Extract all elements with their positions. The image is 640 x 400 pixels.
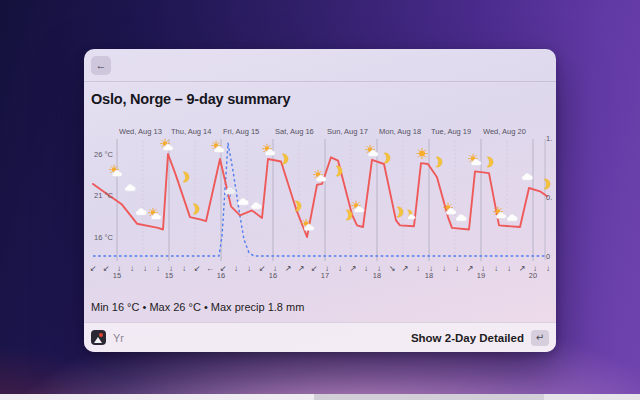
desktop-taskbar-sliver — [0, 394, 640, 400]
wind-arrow-icon: ↓ — [455, 264, 459, 273]
wind-arrow-icon: ↓ — [507, 264, 511, 273]
day-label: Mon, Aug 18 — [379, 127, 421, 136]
weather-icon-moon-cloud — [407, 210, 415, 220]
wind-arrow-icon: ↓ — [182, 264, 186, 273]
right-axis-tick: 0 — [546, 252, 550, 261]
weather-icon-sun-cloud — [149, 208, 162, 219]
wind-arrow-icon: ↗ — [467, 264, 474, 273]
day-label: Thu, Aug 14 — [171, 127, 211, 136]
weather-icon-sun-cloud — [212, 141, 225, 152]
wind-axis-label: 16 — [269, 271, 277, 280]
wind-arrow-icon: ↙ — [311, 264, 318, 273]
wind-arrow-icon: ↓ — [494, 264, 498, 273]
day-label: Sun, Aug 17 — [327, 127, 368, 136]
temperature-line — [93, 154, 547, 237]
wind-arrow-icon: ↗ — [519, 264, 526, 273]
wind-arrow-icon: ↗ — [350, 264, 357, 273]
weather-app-window: ← Oslo, Norge – 9-day summary Wed, Aug 1… — [84, 49, 556, 352]
weather-icon-cloud — [251, 202, 262, 209]
weather-icon-moon — [282, 154, 288, 164]
weather-icon-sun-cloud — [469, 154, 482, 165]
weather-icon-cloud — [136, 208, 147, 215]
weather-icon-sun-cloud — [494, 207, 507, 218]
weather-icon-moon — [397, 207, 403, 217]
day-label: Tue, Aug 19 — [431, 127, 471, 136]
show-2-day-detailed-action[interactable]: Show 2-Day Detailed — [411, 332, 524, 344]
wind-arrow-icon: ↙ — [194, 264, 201, 273]
wind-axis-label: 20 — [529, 271, 537, 280]
weather-icon-sun — [417, 148, 427, 158]
left-axis-tick: 21 °C — [94, 191, 113, 200]
yr-app-icon — [91, 330, 106, 345]
wind-axis-label: 17 — [321, 271, 329, 280]
weather-icon-moon — [193, 204, 199, 214]
weather-icon-moon — [183, 172, 189, 182]
day-label: Wed, Aug 13 — [119, 127, 162, 136]
wind-arrow-icon: ↓ — [416, 264, 420, 273]
weather-icon-cloud — [507, 214, 518, 221]
enter-key-icon[interactable]: ↵ — [531, 330, 549, 346]
wind-arrow-icon: ↓ — [338, 264, 342, 273]
wind-arrow-icon: ↗ — [298, 264, 305, 273]
wind-arrow-icon: ↓ — [234, 264, 238, 273]
left-axis-tick: 26 °C — [94, 150, 113, 159]
wind-axis-label: 15 — [165, 271, 173, 280]
wind-arrow-icon: ↙ — [103, 264, 110, 273]
day-label: Sat, Aug 16 — [275, 127, 314, 136]
wind-arrow-icon: ↓ — [442, 264, 446, 273]
weather-icon-sun-cloud — [110, 165, 123, 176]
wind-arrow-icon: ↙ — [90, 264, 97, 273]
weather-icon-moon — [384, 153, 390, 163]
weather-icon-sun-cloud — [161, 139, 174, 150]
wind-arrow-icon: ↓ — [156, 264, 160, 273]
wind-arrow-icon: ↘ — [389, 264, 396, 273]
weather-icon-cloud — [456, 214, 467, 221]
wind-arrow-icon: ↗ — [285, 264, 292, 273]
app-name-label: Yr — [113, 332, 124, 344]
wind-arrow-icon: ← — [206, 264, 214, 273]
summary-stats: Min 16 °C • Max 26 °C • Max precip 1.8 m… — [91, 301, 304, 313]
wind-axis-label: 15 — [113, 271, 121, 280]
wind-arrow-icon: ↙ — [259, 264, 266, 273]
weather-icon-moon — [487, 157, 493, 167]
wind-arrow-icon: ↓ — [143, 264, 147, 273]
wind-arrow-icon: ↗ — [402, 264, 409, 273]
wind-axis-label: 18 — [373, 271, 381, 280]
red-sun-glyph — [99, 333, 103, 337]
wind-arrow-icon: ↓ — [546, 264, 550, 273]
wind-arrow-icon: ↓ — [130, 264, 134, 273]
return-glyph: ↵ — [536, 332, 544, 343]
wind-arrow-icon: ↓ — [364, 264, 368, 273]
right-axis-tick: 0. — [546, 193, 552, 202]
action-bar: Yr Show 2-Day Detailed ↵ — [84, 322, 556, 352]
wind-axis-label: 19 — [477, 271, 485, 280]
day-label: Fri, Aug 15 — [223, 127, 259, 136]
right-axis-tick: 1. — [546, 134, 552, 143]
left-axis-tick: 16 °C — [94, 233, 113, 242]
weather-icon-cloud — [522, 173, 533, 180]
wind-arrow-icon: ↓ — [247, 264, 251, 273]
wind-axis-label: 18 — [425, 271, 433, 280]
weather-icon-cloud — [125, 184, 136, 191]
wind-axis-label: 16 — [217, 271, 225, 280]
weather-icon-sun-cloud — [352, 201, 365, 212]
mountain-glyph — [94, 337, 102, 343]
day-label: Wed, Aug 20 — [483, 127, 526, 136]
weather-icon-moon — [436, 157, 442, 167]
